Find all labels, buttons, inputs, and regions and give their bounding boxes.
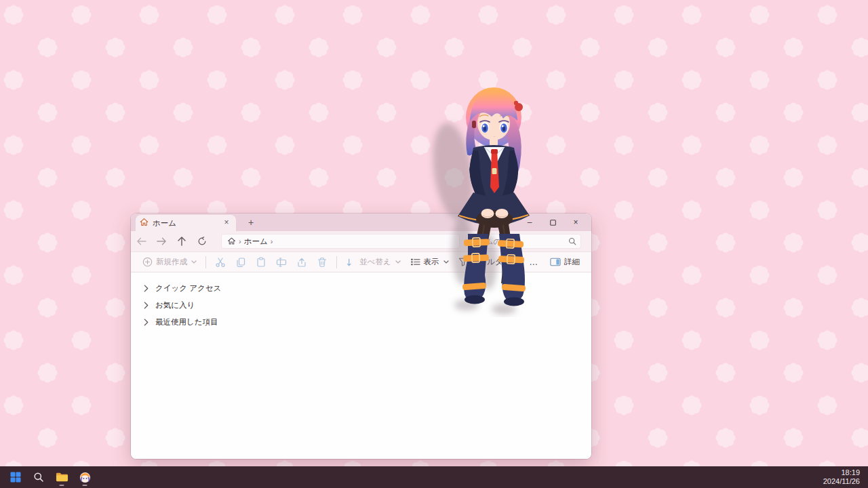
toolbar-separator bbox=[336, 256, 337, 268]
refresh-icon bbox=[197, 237, 207, 246]
toolbar-separator bbox=[205, 256, 206, 268]
delete-button[interactable] bbox=[312, 254, 332, 270]
taskbar-clock[interactable]: 18:19 2024/11/26 bbox=[823, 468, 868, 486]
sort-button[interactable]: 並べ替え bbox=[341, 254, 406, 270]
start-button[interactable] bbox=[7, 468, 24, 487]
search-icon bbox=[33, 472, 44, 483]
folder-icon bbox=[56, 472, 68, 483]
cut-button[interactable] bbox=[210, 254, 231, 270]
breadcrumb-chevron[interactable]: › bbox=[271, 237, 273, 245]
cut-icon bbox=[215, 257, 226, 268]
taskbar: 18:19 2024/11/26 bbox=[0, 466, 868, 488]
copy-icon bbox=[235, 257, 246, 268]
search-icon bbox=[568, 237, 576, 245]
mascot-app-taskbar-button[interactable] bbox=[76, 468, 94, 487]
mascot-hair-accessory bbox=[514, 101, 518, 105]
new-tab-button[interactable]: + bbox=[243, 216, 258, 230]
mascot-headset bbox=[472, 121, 476, 128]
breadcrumb-home-icon[interactable] bbox=[227, 237, 236, 247]
breadcrumb-chevron[interactable]: › bbox=[239, 237, 241, 245]
rename-button[interactable] bbox=[271, 254, 292, 270]
paste-button[interactable] bbox=[251, 254, 271, 270]
sort-icon bbox=[346, 258, 356, 267]
breadcrumb-home[interactable]: ホーム bbox=[244, 237, 268, 247]
close-button[interactable]: × bbox=[564, 214, 587, 231]
rename-icon bbox=[276, 257, 287, 268]
windows-logo-icon bbox=[10, 472, 21, 483]
desktop-mascot-character[interactable] bbox=[406, 80, 555, 317]
search-taskbar-button[interactable] bbox=[30, 468, 47, 487]
paste-icon bbox=[256, 257, 267, 268]
share-button[interactable] bbox=[292, 254, 312, 270]
tab-close-button[interactable]: × bbox=[221, 218, 232, 228]
new-button[interactable]: 新規作成 bbox=[138, 254, 201, 270]
chevron-down-icon bbox=[191, 260, 197, 264]
home-tab-icon bbox=[140, 217, 149, 229]
running-indicator bbox=[83, 485, 87, 487]
up-button[interactable] bbox=[172, 232, 192, 250]
tab-home[interactable]: ホーム × bbox=[136, 215, 236, 231]
new-button-label: 新規作成 bbox=[156, 257, 187, 267]
forward-button[interactable] bbox=[151, 232, 172, 250]
sort-button-label: 並べ替え bbox=[359, 257, 391, 267]
group-label: クイック アクセス bbox=[155, 283, 221, 293]
arrow-right-icon bbox=[157, 237, 167, 245]
arrow-left-icon bbox=[136, 237, 146, 245]
clock-date: 2024/11/26 bbox=[823, 477, 860, 486]
trash-icon bbox=[317, 257, 328, 268]
chevron-down-icon bbox=[395, 260, 401, 264]
chevron-right-icon[interactable] bbox=[143, 319, 149, 326]
group-label: お気に入り bbox=[155, 300, 195, 310]
mascot-app-icon bbox=[79, 472, 91, 483]
tab-title: ホーム bbox=[153, 218, 217, 228]
clock-time: 18:19 bbox=[823, 468, 860, 477]
chevron-right-icon[interactable] bbox=[143, 285, 149, 292]
copy-button[interactable] bbox=[231, 254, 251, 270]
group-label: 最近使用した項目 bbox=[155, 317, 218, 327]
chevron-right-icon[interactable] bbox=[143, 302, 149, 309]
back-button[interactable] bbox=[131, 232, 151, 250]
file-explorer-taskbar-button[interactable] bbox=[53, 468, 71, 487]
share-icon bbox=[296, 257, 307, 268]
running-indicator bbox=[60, 485, 64, 487]
arrow-up-icon bbox=[178, 237, 186, 246]
desktop: ホーム × + – × bbox=[0, 0, 868, 488]
refresh-button[interactable] bbox=[192, 232, 212, 250]
details-button-label: 詳細 bbox=[564, 257, 580, 267]
plus-circle-icon bbox=[142, 257, 153, 267]
